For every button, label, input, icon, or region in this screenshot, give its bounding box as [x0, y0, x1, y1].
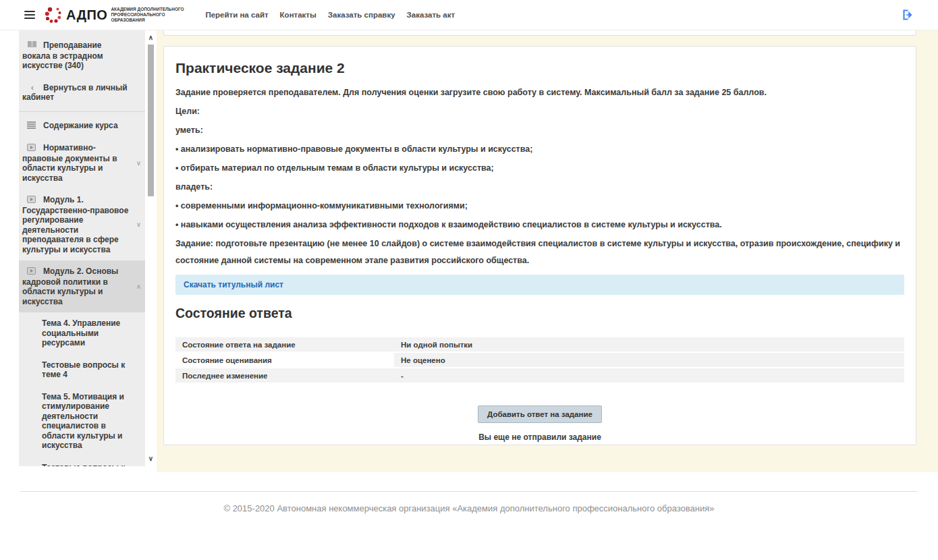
nav-link-contacts[interactable]: Контакты — [280, 11, 316, 19]
task-bullet: • анализировать нормативно-правовые доку… — [175, 141, 904, 158]
table-row: Состояние оценивания Не оценено — [175, 353, 904, 368]
sidebar-item-label: Тестовые вопросы к теме 5 — [42, 463, 125, 467]
top-header: АДПО АКАДЕМИЯ ДОПОЛНИТЕЛЬНОГО ПРОФЕССИОН… — [0, 0, 938, 30]
nav-link-act[interactable]: Заказать акт — [407, 11, 456, 19]
row-label: Последнее изменение — [175, 368, 394, 384]
sidebar-item-topic-5[interactable]: Тема 5. Мотивация и стимулирование деяте… — [19, 386, 145, 457]
sidebar: Преподавание вокала в эстрадном искусств… — [19, 30, 145, 466]
sidebar-scrollbar[interactable]: ∧ ∨ — [145, 30, 157, 466]
sidebar-item-test-5[interactable]: Тестовые вопросы к теме 5 — [19, 457, 145, 467]
not-submitted-note: Вы еще не отправили задание — [175, 432, 904, 442]
table-row: Последнее изменение - — [175, 368, 904, 384]
chevron-up-icon[interactable]: ∧ — [136, 281, 141, 291]
row-label: Состояние ответа на задание — [175, 337, 394, 353]
logo-acronym: АДПО — [66, 7, 107, 23]
chevron-left-icon: ‹ — [27, 83, 38, 93]
row-label: Состояние оценивания — [175, 353, 394, 368]
row-value: Ни одной попытки — [394, 337, 904, 353]
download-title-page-link[interactable]: Скачать титульный лист — [184, 280, 283, 289]
sidebar-item-label: Тестовые вопросы к теме 4 — [42, 360, 125, 380]
task-skills-label: уметь: — [175, 122, 904, 139]
scroll-down-icon[interactable]: ∨ — [145, 455, 157, 462]
sidebar-back-link[interactable]: ‹Вернуться в личный кабинет — [19, 77, 145, 109]
task-bullet: • современными информационно-коммуникати… — [175, 198, 904, 215]
table-row: Состояние ответа на задание Ни одной поп… — [175, 337, 904, 353]
task-bullet: • отбирать материал по отдельным темам в… — [175, 160, 904, 177]
submission-status-heading: Состояние ответа — [175, 306, 904, 321]
sidebar-course-title[interactable]: Преподавание вокала в эстрадном искусств… — [19, 30, 145, 77]
nav-link-site[interactable]: Перейти на сайт — [205, 11, 268, 19]
sidebar-item-test-4[interactable]: Тестовые вопросы к теме 4 — [19, 354, 145, 386]
sidebar-item-module-1[interactable]: Модуль 1. Государственно-правовое регули… — [19, 189, 145, 260]
video-icon — [27, 267, 38, 277]
task-goals-label: Цели: — [175, 103, 904, 120]
button-row: Добавить ответ на задание — [175, 405, 904, 423]
main-panel: Практическое задание 2 Задание проверяет… — [163, 46, 916, 445]
logo-subtitle-line2: ПРОФЕССИОНАЛЬНОГО ОБРАЗОВАНИЯ — [111, 12, 165, 22]
task-bullet: • навыками осуществления анализа эффекти… — [175, 217, 904, 233]
scroll-up-icon[interactable]: ∧ — [145, 34, 157, 41]
header-nav: Перейти на сайт Контакты Заказать справк… — [205, 11, 455, 19]
chevron-down-icon[interactable]: ∨ — [136, 220, 141, 230]
nav-link-certificate[interactable]: Заказать справку — [328, 11, 395, 19]
footer-copyright: © 2015-2020 Автономная некоммерческая ор… — [0, 503, 938, 513]
download-info-box: Скачать титульный лист — [175, 275, 904, 295]
scrolled-panel-edge — [163, 30, 916, 36]
hamburger-menu-icon[interactable] — [24, 9, 35, 21]
logo[interactable]: АДПО АКАДЕМИЯ ДОПОЛНИТЕЛЬНОГО ПРОФЕССИОН… — [44, 5, 185, 24]
logo-subtitle-line1: АКАДЕМИЯ ДОПОЛНИТЕЛЬНОГО — [111, 7, 184, 11]
sidebar-item-label: Тема 4. Управление социальными ресурсами — [42, 318, 120, 347]
footer-divider — [20, 491, 918, 492]
screen: АДПО АКАДЕМИЯ ДОПОЛНИТЕЛЬНОГО ПРОФЕССИОН… — [0, 0, 938, 560]
logo-subtitle: АКАДЕМИЯ ДОПОЛНИТЕЛЬНОГО ПРОФЕССИОНАЛЬНО… — [111, 7, 185, 23]
chevron-down-icon[interactable]: ∨ — [136, 158, 141, 168]
sidebar-divider — [19, 111, 145, 112]
sidebar-item-normative-docs[interactable]: Нормативно-правовые документы в области … — [19, 137, 145, 189]
logo-emblem-icon — [44, 5, 63, 24]
list-icon — [27, 121, 38, 132]
sidebar-item-topic-4[interactable]: Тема 4. Управление социальными ресурсами — [19, 312, 145, 354]
back-link-label: Вернуться в личный кабинет — [22, 83, 128, 103]
task-description: Задание проверяется преподавателем. Для … — [175, 84, 904, 101]
logout-icon[interactable] — [902, 9, 912, 20]
video-icon — [27, 144, 38, 154]
video-icon — [27, 196, 38, 206]
submission-status-table: Состояние ответа на задание Ни одной поп… — [175, 337, 904, 384]
sidebar-item-module-2[interactable]: Модуль 2. Основы кадровой политики в обл… — [19, 260, 145, 312]
row-value: Не оценено — [394, 353, 904, 368]
task-assignment: Задание: подготовьте презентацию (не мен… — [175, 235, 904, 269]
task-master-label: владеть: — [175, 179, 904, 196]
sidebar-item-label: Модуль 1. Государственно-правовое регули… — [22, 195, 128, 254]
scrollbar-thumb[interactable] — [148, 45, 154, 196]
book-icon — [27, 40, 38, 51]
row-value: - — [394, 368, 904, 384]
page-title: Практическое задание 2 — [175, 60, 904, 76]
sidebar-item-course-contents[interactable]: Содержание курса — [19, 115, 145, 138]
add-submission-button[interactable]: Добавить ответ на задание — [478, 405, 602, 423]
sidebar-item-label: Содержание курса — [43, 121, 118, 130]
sidebar-item-label: Тема 5. Мотивация и стимулирование деяте… — [42, 392, 124, 451]
